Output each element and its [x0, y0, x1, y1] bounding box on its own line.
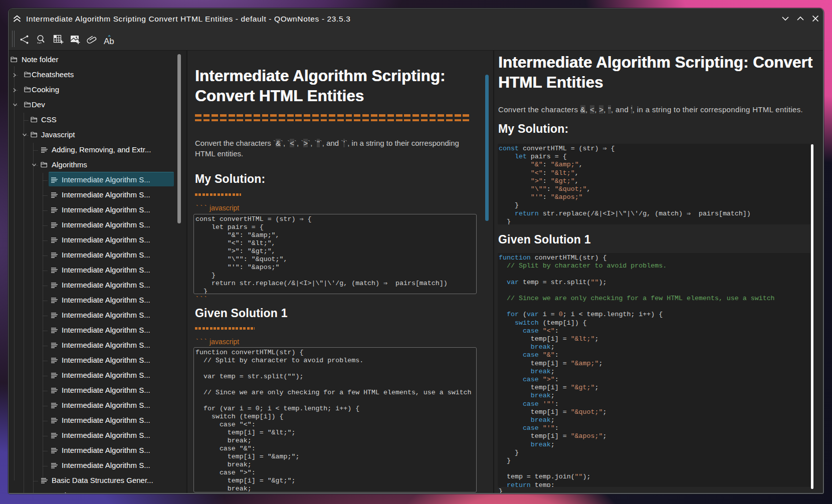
svg-text:Ab: Ab	[104, 37, 114, 46]
